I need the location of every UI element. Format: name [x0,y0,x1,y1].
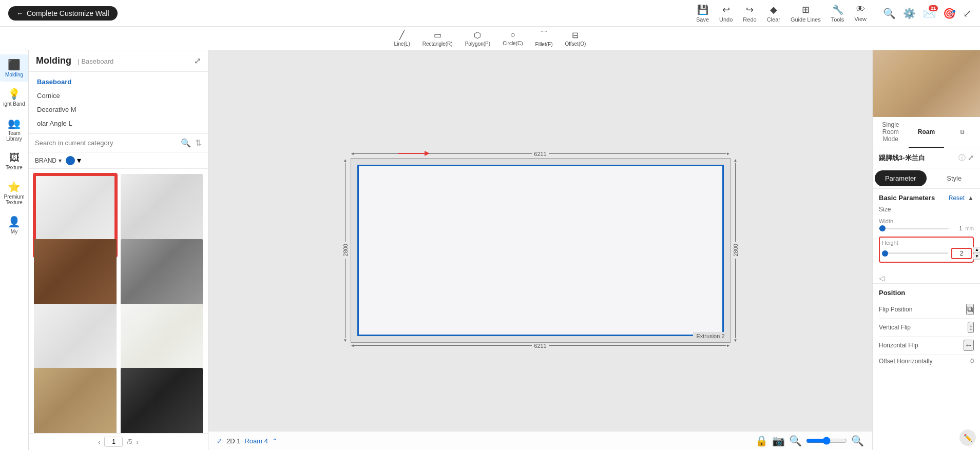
canvas-background[interactable]: Extrusion 2 [351,158,731,343]
zoom-fit-button[interactable]: ⤢ [217,437,222,445]
height-slider[interactable] [882,252,948,254]
width-slider-row: 1 mm [879,225,974,231]
offset-tool-button[interactable]: ⊟ Offset(O) [560,28,591,49]
sidebar-item-premiumtexture[interactable]: ⭐ Premium Texture [0,177,28,209]
search-button[interactable]: 🔍 [883,7,896,19]
circle-label: Circle(C) [503,41,523,46]
category-baseboard[interactable]: Baseboard [29,75,208,89]
view-button[interactable]: 👁 View [854,4,867,22]
zoom-out-button[interactable]: 🔍 [789,435,802,447]
view-mode-pills: ⤢ 2D 1 Roam 4 ⌃ [217,437,278,445]
sidebar-label-lightband: ight Band [3,101,25,107]
undo-button[interactable]: ↩ Undo [719,4,733,23]
panel-expand-button[interactable]: ⤢ [194,56,201,66]
param-tabs: Parameter Style [873,168,980,189]
expand-component-icon[interactable]: ⤢ [968,153,974,163]
view-mode-bar: Single Room Mode Roam ⧉ [873,117,980,148]
panel-title: Molding [36,55,71,66]
guidelines-button[interactable]: ⊞ Guide Lines [791,4,821,23]
save-button[interactable]: 💾 Save [696,4,709,23]
height-input[interactable] [951,248,972,259]
material-item-6[interactable] [33,367,118,433]
canvas-zoom: 🔒 📷 🔍 🔍 [755,435,864,447]
vertical-flip-label: Vertical Flip [879,324,911,331]
height-decrement-button[interactable]: ▼ [973,253,980,260]
redo-button[interactable]: ↪ Redo [743,4,756,23]
prev-page-button[interactable]: ‹ [98,438,100,446]
tools-icon: 🔧 [832,4,843,15]
tools-button[interactable]: 🔧 Tools [831,4,844,23]
collapse-icon[interactable]: ▲ [968,194,974,202]
height-increment-button[interactable]: ▲ [973,247,980,253]
basic-params-title: Basic Parameters [879,194,935,202]
fullscreen-button[interactable]: ⤢ [963,7,972,19]
circle-tool-button[interactable]: ○ Circle(C) [497,28,528,48]
parameter-tab[interactable]: Parameter [875,170,927,186]
single-room-mode-button[interactable]: Single Room Mode [873,117,909,148]
canvas-inner[interactable] [357,165,724,336]
page-input[interactable] [104,437,123,447]
expand-params-button[interactable]: ◁ [879,274,885,282]
texture-icon: 🖼 [9,152,20,164]
vertical-flip-row: Vertical Flip ↕ [879,319,974,337]
edit-button[interactable]: ✏️ [959,429,976,446]
rectangle-tool-button[interactable]: ▭ Rectangle(R) [417,28,458,49]
polygon-tool-button[interactable]: ⬡ Polygon(P) [460,28,495,49]
brand-filter[interactable]: BRAND ▾ [35,157,62,164]
sidebar-item-my[interactable]: 👤 My [0,211,28,239]
info-icon[interactable]: ⓘ [958,153,966,163]
settings-button[interactable]: ⚙️ [903,7,916,19]
offset-row: Offset Honrizontally 0 [879,355,974,368]
sidebar-item-molding[interactable]: ⬛ Molding [0,54,28,82]
view-expand-button[interactable]: ⌃ [272,437,278,445]
polygon-label: Polygon(P) [465,41,490,47]
color-picker[interactable]: ▾ [66,155,81,165]
zoom-slider[interactable] [806,437,847,445]
flip-position-button[interactable]: ⧉ [966,304,974,315]
clear-button[interactable]: ◆ Clear [767,4,780,23]
search-input[interactable] [35,139,177,147]
polygon-icon: ⬡ [474,30,481,40]
horizontal-flip-label: Horizontal Flip [879,342,918,349]
next-page-button[interactable]: › [137,438,139,446]
messages-button[interactable]: ✉️ 21 [923,7,936,19]
view-2d-button[interactable]: 2D 1 [226,437,240,445]
width-slider[interactable] [879,228,949,229]
back-button[interactable]: ← Complete Customize Wall [8,6,118,21]
screenshot-button[interactable]: 📷 [772,435,785,447]
apps-button[interactable]: 🎯 [943,7,956,19]
circle-icon: ○ [510,30,515,40]
sort-icon[interactable]: ⇅ [195,138,202,148]
apps-icon: 🎯 [943,8,956,19]
sidebar-item-texture[interactable]: 🖼 Texture [0,148,28,174]
chevron-down-icon: ▾ [59,157,62,164]
material-panel: Molding | Baseboard ⤢ Baseboard Cornice … [29,50,208,450]
lock-button[interactable]: 🔒 [755,435,768,447]
vertical-flip-button[interactable]: ↕ [968,322,974,333]
save-icon: 💾 [697,4,708,15]
line-tool-button[interactable]: ╱ Line(L) [389,28,415,49]
width-value: 1 [952,225,962,231]
category-polarangle[interactable]: olar Angle L [29,116,208,130]
search-icon[interactable]: 🔍 [181,138,191,148]
sidebar-item-lightband[interactable]: 💡 ight Band [0,84,28,111]
copy-button[interactable]: ⧉ [944,117,980,148]
category-cornice[interactable]: Cornice [29,89,208,103]
width-unit: mm [965,226,974,231]
undo-icon: ↩ [722,4,730,15]
category-decorative[interactable]: Decorative M [29,103,208,116]
guidelines-icon: ⊞ [802,4,810,15]
style-tab[interactable]: Style [929,168,981,188]
sidebar-item-teamlibrary[interactable]: 👥 Team Library [0,113,28,146]
sidebar-label-molding: Molding [5,72,23,77]
reset-link[interactable]: Reset [949,194,965,202]
preview-area [873,50,980,117]
material-item-7[interactable] [120,367,204,433]
horizontal-flip-button[interactable]: ↔ [964,340,974,351]
fillet-tool-button[interactable]: ⌒ Fillet(F) [530,28,558,49]
view-roam-button[interactable]: Roam 4 [244,437,268,445]
category-list: Baseboard Cornice Decorative M olar Angl… [29,72,208,134]
toolbar-tools: 💾 Save ↩ Undo ↪ Redo ◆ Clear ⊞ Guide Lin… [696,4,867,23]
zoom-in-button[interactable]: 🔍 [851,435,864,447]
roam-mode-button[interactable]: Roam [909,117,945,148]
